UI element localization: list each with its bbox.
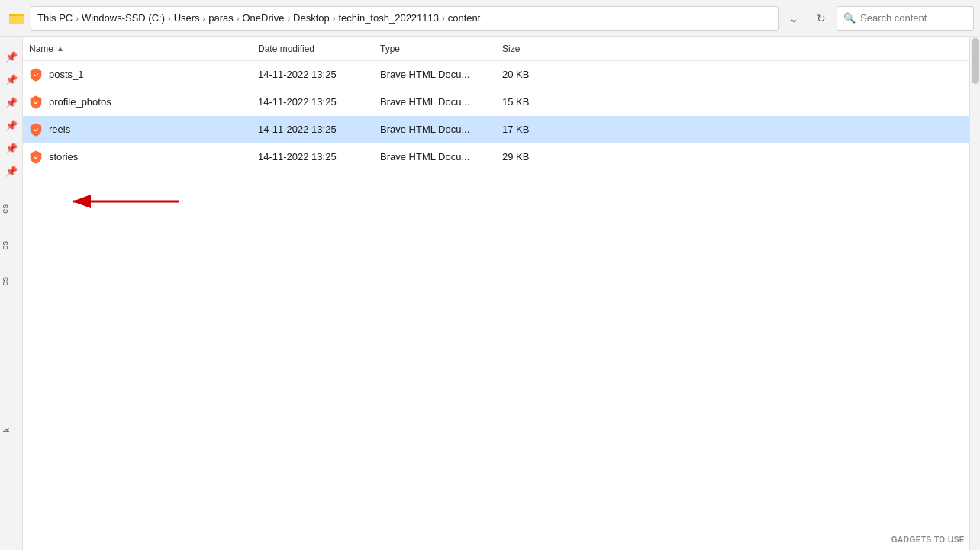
folder-icon (9, 11, 24, 26)
brave-icon (29, 68, 43, 82)
col-header-type[interactable]: Type (380, 43, 502, 54)
breadcrumb-bar[interactable]: This PC › Windows-SSD (C:) › Users › par… (31, 6, 779, 31)
breadcrumb-paras[interactable]: paras (208, 12, 234, 24)
refresh-btn[interactable]: ↻ (809, 6, 833, 31)
table-row[interactable]: posts_1 14-11-2022 13:25 Brave HTML Docu… (23, 61, 980, 88)
file-size-cell: 15 KB (502, 96, 579, 108)
pin-icon-6[interactable]: 📌 (2, 162, 21, 180)
file-date-cell: 14-11-2022 13:25 (258, 96, 380, 108)
watermark: GADGETS TO USE (891, 536, 965, 544)
refresh-icon: ↻ (817, 12, 826, 24)
sidebar-label-es3[interactable]: es (0, 277, 9, 286)
col-header-name[interactable]: Name ▲ (29, 43, 258, 54)
sidebar-label-es1[interactable]: es (0, 204, 9, 214)
col-header-size[interactable]: Size (502, 43, 579, 54)
chevron-down-icon: ⌄ (789, 12, 798, 24)
file-type-cell: Brave HTML Docu... (380, 124, 502, 135)
folder-icon-btn[interactable] (6, 8, 27, 29)
breadcrumb-this-pc[interactable]: This PC (37, 12, 73, 24)
breadcrumb-onedrive[interactable]: OneDrive (242, 12, 284, 24)
file-size-cell: 29 KB (502, 151, 579, 162)
file-date-cell: 14-11-2022 13:25 (258, 124, 380, 135)
svg-rect-2 (9, 16, 24, 24)
sep4: › (237, 14, 240, 23)
file-size-cell: 20 KB (502, 69, 579, 80)
file-date-cell: 14-11-2022 13:25 (258, 151, 380, 162)
sidebar: 📌 📌 📌 📌 📌 📌 es es es k (0, 37, 23, 550)
breadcrumb-techin-tosh[interactable]: techin_tosh_20221113 (338, 12, 439, 24)
brave-icon (29, 95, 43, 109)
table-row[interactable]: profile_photos 14-11-2022 13:25 Brave HT… (23, 88, 980, 116)
scrollbar[interactable] (969, 37, 980, 550)
file-name-cell: reels (29, 123, 258, 137)
sep2: › (168, 14, 171, 23)
file-name-text: profile_photos (49, 96, 111, 108)
pin-icon-2[interactable]: 📌 (2, 70, 21, 88)
breadcrumb-desktop[interactable]: Desktop (293, 12, 330, 24)
file-type-cell: Brave HTML Docu... (380, 69, 502, 80)
sidebar-label-es2[interactable]: es (0, 241, 9, 250)
pin-icon-4[interactable]: 📌 (2, 116, 21, 134)
file-name-text: posts_1 (49, 69, 84, 80)
file-name-cell: stories (29, 150, 258, 164)
toolbar-right: ⌄ ↻ 🔍 (782, 6, 974, 31)
file-size-cell: 17 KB (502, 124, 579, 135)
brave-icon (29, 123, 43, 137)
sep7: › (442, 14, 445, 23)
search-input[interactable] (860, 12, 959, 24)
file-date-cell: 14-11-2022 13:25 (258, 69, 380, 80)
pin-icon-5[interactable]: 📌 (2, 139, 21, 157)
toolbar: This PC › Windows-SSD (C:) › Users › par… (0, 0, 980, 37)
search-icon: 🔍 (843, 12, 856, 24)
file-list: posts_1 14-11-2022 13:25 Brave HTML Docu… (23, 61, 980, 550)
sep5: › (287, 14, 290, 23)
pin-icon-3[interactable]: 📌 (2, 93, 21, 111)
file-name-text: reels (49, 124, 70, 135)
column-headers: Name ▲ Date modified Type Size (23, 37, 980, 61)
breadcrumb-windows-ssd[interactable]: Windows-SSD (C:) (82, 12, 165, 24)
file-name-text: stories (49, 151, 78, 162)
file-area: Name ▲ Date modified Type Size posts_1 (23, 37, 980, 550)
table-row[interactable]: reels 14-11-2022 13:25 Brave HTML Docu..… (23, 116, 980, 143)
search-box[interactable]: 🔍 (837, 6, 974, 31)
sep6: › (333, 14, 336, 23)
table-row[interactable]: stories 14-11-2022 13:25 Brave HTML Docu… (23, 143, 980, 171)
file-name-cell: profile_photos (29, 95, 258, 109)
scrollbar-thumb[interactable] (972, 38, 979, 84)
sidebar-label-k[interactable]: k (2, 428, 11, 433)
sep3: › (203, 14, 206, 23)
sidebar-vertical-labels: es es es (0, 204, 9, 286)
file-type-cell: Brave HTML Docu... (380, 96, 502, 108)
file-type-cell: Brave HTML Docu... (380, 151, 502, 162)
sidebar-pins: 📌 📌 📌 📌 📌 📌 (2, 43, 21, 185)
main-area: 📌 📌 📌 📌 📌 📌 es es es k Name ▲ Date modif… (0, 37, 980, 550)
sort-arrow-icon: ▲ (56, 44, 64, 53)
breadcrumb-dropdown-btn[interactable]: ⌄ (782, 6, 806, 31)
breadcrumb-users[interactable]: Users (174, 12, 200, 24)
file-name-cell: posts_1 (29, 68, 258, 82)
col-header-date[interactable]: Date modified (258, 43, 380, 54)
sep1: › (76, 14, 79, 23)
pin-icon-1[interactable]: 📌 (2, 47, 21, 66)
brave-icon (29, 150, 43, 164)
breadcrumb-content[interactable]: content (448, 12, 481, 24)
